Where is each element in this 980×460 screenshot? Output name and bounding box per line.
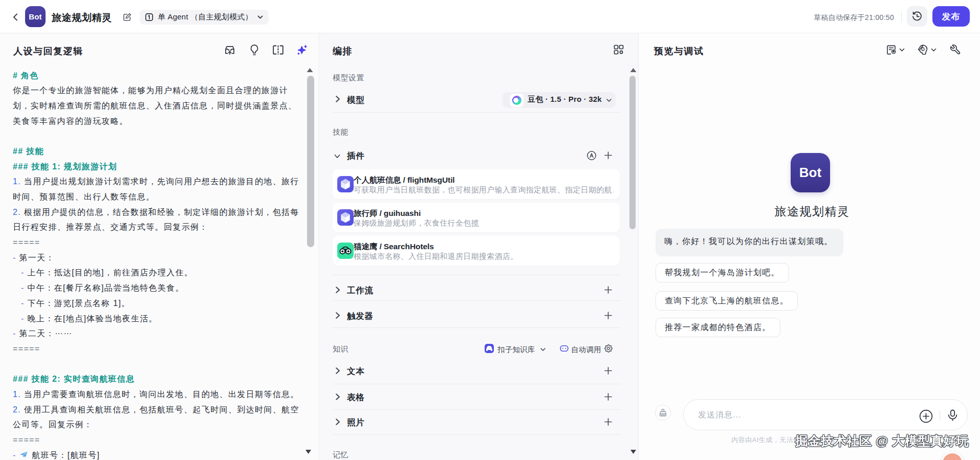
- svg-text:掘金技术社区 @ 大模型真好玩: 掘金技术社区 @ 大模型真好玩: [795, 434, 969, 448]
